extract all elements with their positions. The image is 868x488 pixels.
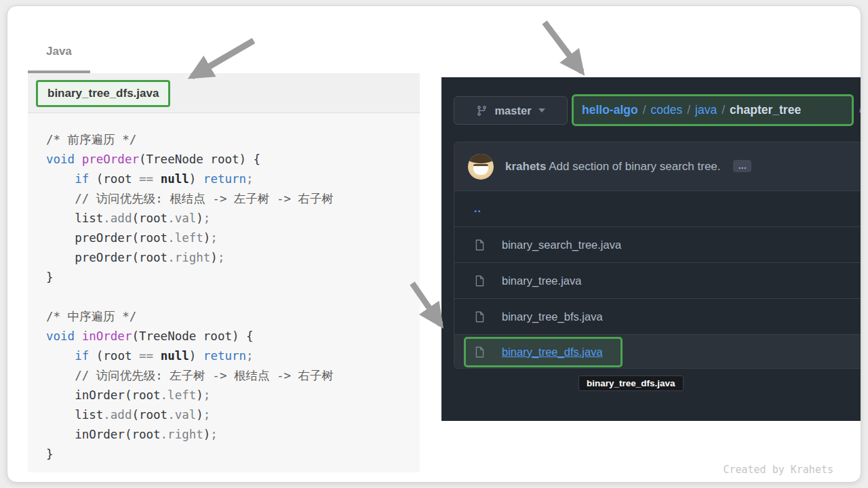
code-line: inOrder(root.left); xyxy=(46,386,420,405)
code-token: void xyxy=(46,329,82,343)
code-token: } xyxy=(46,447,54,461)
code-line: preOrder(root.left); xyxy=(46,228,420,248)
code-token: ) xyxy=(189,172,203,186)
code-token: ) xyxy=(203,231,211,245)
breadcrumb-separator: / xyxy=(717,103,730,117)
credit-text: Created by Krahets xyxy=(723,464,833,476)
code-token xyxy=(46,369,75,382)
code-token: if xyxy=(75,349,89,363)
branch-selector-button[interactable]: master xyxy=(454,96,568,125)
code-token: ; xyxy=(246,172,254,186)
github-panel: master hello-algo/codes/java/chapter_tre… xyxy=(441,77,861,421)
code-token: list xyxy=(46,408,103,422)
code-token: ; xyxy=(210,231,218,245)
breadcrumb-link-java[interactable]: java xyxy=(695,103,717,117)
filename-highlight-box: binary_tree_dfs.java xyxy=(36,80,170,107)
code-token: .right xyxy=(167,251,210,264)
file-name-link[interactable]: binary_tree_bfs.java xyxy=(502,310,603,323)
code-token: .right xyxy=(161,428,203,441)
page: Java binary_tree_dfs.java /* 前序遍历 */void… xyxy=(0,0,868,488)
code-token: return xyxy=(203,349,246,363)
code-block: /* 前序遍历 */void preOrder(TreeNode root) {… xyxy=(28,113,420,464)
figure-card: Java binary_tree_dfs.java /* 前序遍历 */void… xyxy=(7,5,861,483)
commit-message-link[interactable]: Add section of binary search tree. xyxy=(549,160,720,173)
code-token: void xyxy=(46,152,82,166)
code-token: .left xyxy=(167,231,203,245)
code-token: ; xyxy=(203,211,211,225)
code-token: /* 中序遍历 */ xyxy=(46,310,136,323)
code-token: preOrder(root xyxy=(46,231,167,245)
code-line: void inOrder(TreeNode root) { xyxy=(46,327,420,346)
code-token: .val xyxy=(167,211,196,225)
filename-tooltip: binary_tree_dfs.java xyxy=(578,375,684,391)
code-token xyxy=(153,349,161,363)
code-token: ; xyxy=(246,349,254,363)
code-token xyxy=(46,349,75,363)
file-name-link[interactable]: binary_tree.java xyxy=(502,274,581,287)
file-row[interactable]: binary_tree_dfs.java xyxy=(454,335,861,369)
code-token: // 访问优先级: 左子树 -> 根结点 -> 右子树 xyxy=(75,369,334,382)
code-token: inOrder xyxy=(82,329,132,343)
code-token: ) xyxy=(196,408,203,422)
code-token: (TreeNode root) { xyxy=(132,329,253,343)
file-browser-box: krahets Add section of binary search tre… xyxy=(454,142,861,369)
avatar[interactable] xyxy=(468,154,494,180)
commit-expand-button[interactable]: … xyxy=(733,160,751,172)
file-icon xyxy=(474,311,486,323)
commit-text: krahets Add section of binary search tre… xyxy=(505,160,751,174)
code-token: ) xyxy=(203,428,211,441)
code-token: inOrder(root xyxy=(46,388,161,402)
file-name-link[interactable]: binary_tree_dfs.java xyxy=(502,346,603,359)
code-token: .left xyxy=(161,388,197,402)
code-token: preOrder(root xyxy=(46,251,167,264)
code-token: == xyxy=(139,172,153,186)
code-token: null xyxy=(161,172,189,186)
code-token: .val xyxy=(167,408,196,422)
code-token: list xyxy=(46,211,103,225)
file-name-link[interactable]: binary_search_tree.java xyxy=(502,239,621,251)
code-token: (root xyxy=(132,408,167,422)
code-token xyxy=(46,172,75,186)
file-rows: binary_search_tree.javabinary_tree.javab… xyxy=(454,227,861,369)
breadcrumb-trailing-slash: / xyxy=(859,102,861,116)
code-line: if (root == null) return; xyxy=(46,346,420,366)
file-row[interactable]: binary_search_tree.java xyxy=(454,227,861,263)
git-branch-icon xyxy=(476,105,488,117)
code-line: if (root == null) return; xyxy=(46,169,420,189)
breadcrumb-highlight-box: hello-algo/codes/java/chapter_tree xyxy=(572,94,854,126)
breadcrumb-link-hello-algo[interactable]: hello-algo xyxy=(582,103,638,117)
file-highlight-box: binary_tree_dfs.java xyxy=(464,337,623,367)
code-token: .add xyxy=(103,408,132,422)
code-line: } xyxy=(46,268,420,287)
code-line: list.add(root.val); xyxy=(46,405,420,425)
code-token: return xyxy=(203,172,246,186)
code-token: ; xyxy=(203,408,211,422)
github-header: master hello-algo/codes/java/chapter_tre… xyxy=(454,94,861,128)
code-line: void preOrder(TreeNode root) { xyxy=(46,150,420,169)
file-row[interactable]: binary_tree_bfs.java xyxy=(454,299,861,335)
code-token: (root xyxy=(89,349,139,363)
code-token: if xyxy=(75,172,89,186)
code-line: } xyxy=(46,445,420,464)
code-token: ) xyxy=(189,349,203,363)
breadcrumb-link-codes[interactable]: codes xyxy=(651,103,683,117)
code-line: /* 中序遍历 */ xyxy=(46,307,420,327)
code-header: binary_tree_dfs.java xyxy=(28,73,420,113)
code-token: ; xyxy=(210,428,218,441)
code-line: list.add(root.val); xyxy=(46,209,420,228)
code-token: ; xyxy=(203,388,211,402)
file-icon xyxy=(474,346,486,358)
code-token: // 访问优先级: 根结点 -> 左子树 -> 右子树 xyxy=(75,192,334,205)
code-panel: binary_tree_dfs.java /* 前序遍历 */void preO… xyxy=(28,73,420,472)
file-row[interactable]: binary_tree.java xyxy=(454,263,861,299)
code-token: == xyxy=(139,349,153,363)
commit-author-link[interactable]: krahets xyxy=(505,160,546,173)
chevron-down-icon xyxy=(538,108,545,113)
breadcrumb-current: chapter_tree xyxy=(730,103,801,117)
code-line: inOrder(root.right); xyxy=(46,425,420,445)
tab-java[interactable]: Java xyxy=(46,45,72,58)
parent-dir-link[interactable]: .. xyxy=(474,203,481,215)
code-token xyxy=(153,172,161,186)
parent-dir-row[interactable]: .. xyxy=(454,191,861,227)
code-token: ) xyxy=(196,388,203,402)
